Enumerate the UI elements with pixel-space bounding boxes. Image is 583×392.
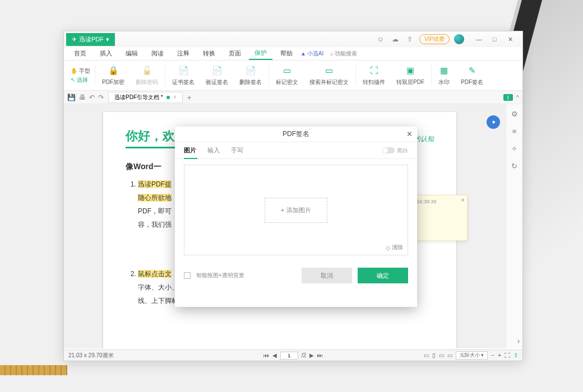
dialog-close-button[interactable]: ✕ [406, 130, 413, 138]
bw-toggle[interactable] [382, 147, 395, 153]
cancel-button[interactable]: 取消 [302, 268, 352, 283]
dialog-title: PDF签名 [283, 129, 309, 139]
dialog-title-bar: PDF签名 ✕ [175, 127, 417, 142]
smart-cutout-checkbox[interactable] [184, 272, 191, 279]
ok-button[interactable]: 确定 [358, 268, 408, 283]
dialog-footer: 智能抠图+透明背景 取消 确定 [175, 262, 417, 289]
tab-handwrite[interactable]: 手写 [231, 146, 243, 155]
modal-overlay: PDF签名 ✕ 图片 输入 手写 黑白 + 添加图片 ◇ 清除 [0, 0, 583, 392]
add-image-button[interactable]: + 添加图片 [265, 198, 327, 223]
plus-icon: + [281, 207, 284, 213]
tab-image[interactable]: 图片 [184, 146, 196, 155]
eraser-icon: ◇ [386, 245, 390, 251]
dialog-tabs: 图片 输入 手写 黑白 [175, 142, 417, 159]
tab-input[interactable]: 输入 [207, 146, 220, 155]
pdf-sign-dialog: PDF签名 ✕ 图片 输入 手写 黑白 + 添加图片 ◇ 清除 [175, 127, 417, 307]
signature-canvas: + 添加图片 ◇ 清除 [184, 165, 408, 255]
checkbox-label: 智能抠图+透明背景 [196, 272, 244, 279]
clear-button[interactable]: ◇ 清除 [386, 244, 403, 251]
bw-label: 黑白 [397, 147, 408, 155]
